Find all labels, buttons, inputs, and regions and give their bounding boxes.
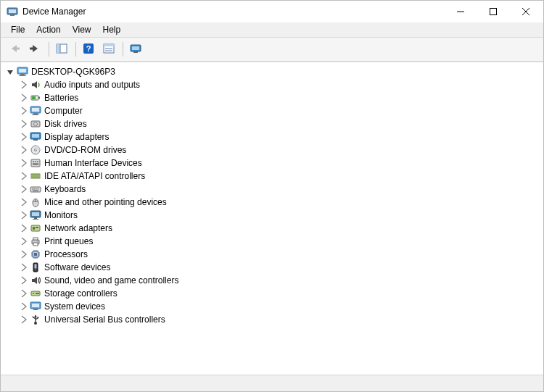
tree-category[interactable]: Mice and other pointing devices xyxy=(4,196,543,209)
tree-root[interactable]: DESKTOP-QGK96P3 xyxy=(4,65,543,78)
ide-icon xyxy=(30,170,41,182)
tree-category-label: Network adapters xyxy=(44,223,112,233)
properties-button[interactable] xyxy=(99,40,118,59)
expander-closed-icon[interactable] xyxy=(18,145,28,155)
tree-category[interactable]: Print queues xyxy=(4,235,543,248)
toolbar-separator xyxy=(75,42,76,57)
expander-closed-icon[interactable] xyxy=(18,210,28,220)
minimize-button[interactable] xyxy=(444,1,477,22)
tree-pane-icon xyxy=(56,43,67,57)
expander-closed-icon[interactable] xyxy=(18,288,28,299)
disk-icon xyxy=(30,118,41,130)
hid-icon xyxy=(30,157,41,169)
titlebar: Device Manager xyxy=(1,1,543,22)
network-icon xyxy=(30,222,41,234)
tree-category-label: Batteries xyxy=(44,93,78,103)
expander-closed-icon[interactable] xyxy=(18,132,28,142)
help-icon xyxy=(83,43,94,57)
tree-category[interactable]: Keyboards xyxy=(4,183,543,196)
close-button[interactable] xyxy=(509,1,542,22)
expander-closed-icon[interactable] xyxy=(18,184,28,194)
tree-category[interactable]: Audio inputs and outputs xyxy=(4,78,543,91)
tree-category-label: Keyboards xyxy=(44,184,86,194)
expander-closed-icon[interactable] xyxy=(18,158,28,168)
expander-closed-icon[interactable] xyxy=(18,275,28,285)
tree-category-label: IDE ATA/ATAPI controllers xyxy=(44,171,145,181)
tree-category[interactable]: DVD/CD-ROM drives xyxy=(4,143,543,157)
tree-category[interactable]: Computer xyxy=(4,104,543,117)
menu-action[interactable]: Action xyxy=(30,24,66,36)
tree-category[interactable]: System devices xyxy=(4,300,543,313)
tree-category[interactable]: Disk drives xyxy=(4,117,543,130)
expander-closed-icon[interactable] xyxy=(18,314,28,325)
dvd-icon xyxy=(30,144,41,156)
maximize-button[interactable] xyxy=(477,1,509,22)
tree-category[interactable]: Human Interface Devices xyxy=(4,157,543,170)
mouse-icon xyxy=(30,196,41,208)
expander-closed-icon[interactable] xyxy=(18,249,28,259)
keyboard-icon xyxy=(30,183,41,195)
monitor-icon xyxy=(30,209,41,221)
software-icon xyxy=(30,262,41,273)
expander-closed-icon[interactable] xyxy=(18,236,28,246)
properties-icon xyxy=(103,43,115,57)
back-button[interactable] xyxy=(5,40,24,59)
tree-category[interactable]: Universal Serial Bus controllers xyxy=(4,313,543,326)
tree-category[interactable]: Storage controllers xyxy=(4,287,543,300)
tree-category[interactable]: Batteries xyxy=(4,91,543,104)
toggle-tree-button[interactable] xyxy=(52,40,71,59)
sound-icon xyxy=(30,275,41,286)
back-arrow-icon xyxy=(9,43,20,57)
tree-category-label: System devices xyxy=(44,301,105,312)
printer-icon xyxy=(30,235,41,247)
menu-file[interactable]: File xyxy=(5,24,30,36)
tree-category[interactable]: Monitors xyxy=(4,209,543,222)
menu-help[interactable]: Help xyxy=(97,24,127,36)
menu-view[interactable]: View xyxy=(67,24,97,36)
battery-icon xyxy=(30,92,41,104)
tree-category-label: Mice and other pointing devices xyxy=(44,197,167,207)
tree-category-label: Disk drives xyxy=(44,119,87,129)
tree-category-label: Storage controllers xyxy=(44,288,118,299)
tree-root-label: DESKTOP-QGK96P3 xyxy=(31,67,115,77)
tree-category-label: Computer xyxy=(44,106,83,116)
tree-category[interactable]: Processors xyxy=(4,248,543,261)
expander-closed-icon[interactable] xyxy=(18,301,28,312)
forward-button[interactable] xyxy=(25,40,44,59)
expander-closed-icon[interactable] xyxy=(18,262,28,272)
expander-closed-icon[interactable] xyxy=(18,223,28,233)
tree-category-label: Print queues xyxy=(44,236,93,246)
expander-open-icon[interactable] xyxy=(5,67,15,77)
help-button[interactable] xyxy=(79,40,98,59)
scan-hardware-button[interactable] xyxy=(126,40,145,59)
tree-category[interactable]: Display adapters xyxy=(4,130,543,143)
expander-closed-icon[interactable] xyxy=(18,93,28,103)
expander-closed-icon[interactable] xyxy=(18,80,28,90)
usb-icon xyxy=(30,314,41,325)
forward-arrow-icon xyxy=(29,43,41,57)
device-tree: DESKTOP-QGK96P3 Audio inputs and outputs… xyxy=(1,62,543,329)
tree-category-label: Display adapters xyxy=(44,132,109,142)
toolbar-separator xyxy=(49,42,49,57)
app-icon xyxy=(7,6,18,17)
storage-icon xyxy=(30,288,41,299)
tree-category-label: Software devices xyxy=(44,262,110,272)
expander-closed-icon[interactable] xyxy=(18,171,28,181)
expander-closed-icon[interactable] xyxy=(18,119,28,129)
tree-category[interactable]: IDE ATA/ATAPI controllers xyxy=(4,170,543,183)
toolbar-separator xyxy=(123,42,123,57)
expander-closed-icon[interactable] xyxy=(18,106,28,116)
statusbar xyxy=(1,375,543,391)
tree-category-label: Monitors xyxy=(44,210,78,220)
computer-icon xyxy=(17,66,28,78)
tree-category-label: Universal Serial Bus controllers xyxy=(44,314,165,325)
tree-category[interactable]: Sound, video and game controllers xyxy=(4,274,543,287)
tree-category[interactable]: Software devices xyxy=(4,261,543,274)
device-tree-pane[interactable]: DESKTOP-QGK96P3 Audio inputs and outputs… xyxy=(1,62,543,375)
tree-category-label: Sound, video and game controllers xyxy=(44,275,178,285)
tree-category[interactable]: Network adapters xyxy=(4,222,543,235)
monitor-icon xyxy=(130,43,141,57)
tree-category-label: Processors xyxy=(44,249,88,259)
tree-category-label: Audio inputs and outputs xyxy=(44,80,140,90)
expander-closed-icon[interactable] xyxy=(18,197,28,207)
